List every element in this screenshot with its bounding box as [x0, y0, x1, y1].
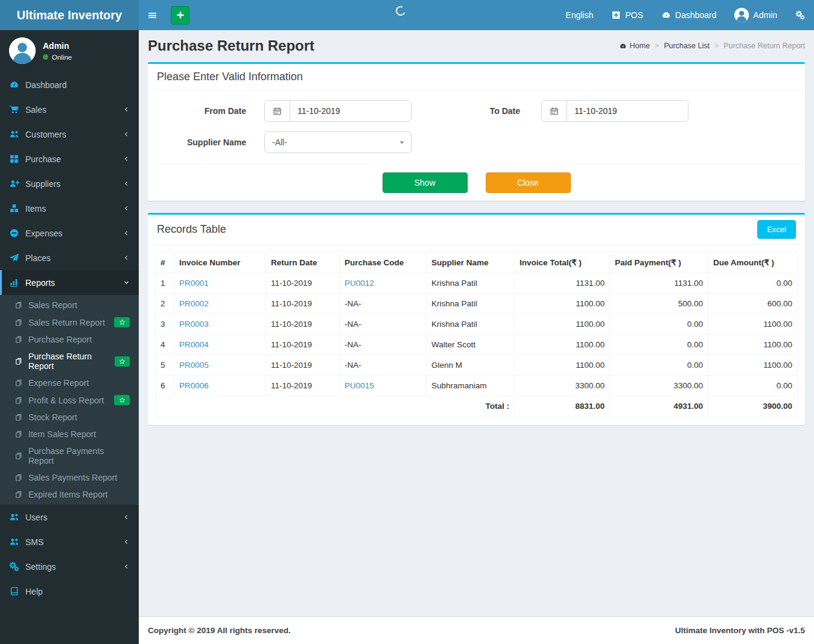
sidebar-item-customers[interactable]: Customers [0, 122, 139, 147]
star-icon [119, 397, 126, 403]
nav-pos[interactable]: POS [602, 0, 652, 30]
nav-language[interactable]: English [556, 0, 602, 30]
excel-export-button[interactable]: Excel [757, 220, 796, 239]
sidebar-section-settings: Settings [0, 554, 139, 579]
invoice-number-cell-link[interactable]: PR0003 [179, 320, 209, 329]
submenu-item-expired-items-report[interactable]: Expired Items Report [0, 486, 139, 503]
nav-settings[interactable] [786, 0, 814, 30]
chevron-left-icon [123, 180, 130, 187]
submenu-item-expense-report[interactable]: Expense Report [0, 374, 139, 391]
from-date-group [264, 100, 412, 122]
invoice-number-cell-link[interactable]: PR0006 [179, 381, 209, 390]
submenu-item-stock-report[interactable]: Stock Report [0, 409, 139, 426]
invoice-number-cell-link[interactable]: PR0005 [179, 361, 209, 370]
user-plus-icon [9, 178, 19, 189]
app-logo[interactable]: Ultimate Inventory [0, 0, 139, 30]
due-amount-cell: 600.00 [708, 294, 798, 314]
table-row: 2PR000211-10-2019-NA-Krishna Patil1100.0… [156, 294, 798, 314]
records-panel-title: Records Table [157, 223, 226, 236]
submenu-item-label: Expense Report [28, 378, 89, 388]
sidebar-toggle-button[interactable] [139, 0, 166, 30]
invoice-total-cell: 1100.00 [515, 294, 610, 314]
to-date-input[interactable] [567, 101, 688, 121]
sidebar-item-reports[interactable]: Reports [0, 270, 139, 295]
supplier-name-cell: Subhramaniam [427, 376, 515, 396]
invoice-number-cell-link[interactable]: PR0004 [179, 340, 209, 349]
total-due-amount: 3900.00 [708, 396, 798, 417]
submenu-item-purchase-payments-report[interactable]: Purchase Payments Report [0, 443, 139, 469]
breadcrumb-home[interactable]: Home [619, 42, 650, 50]
users-icon [9, 537, 19, 547]
copy-icon [14, 490, 23, 499]
sidebar-item-suppliers[interactable]: Suppliers [0, 171, 139, 196]
from-date-calendar-addon[interactable] [265, 101, 290, 121]
return-date-cell: 11-10-2019 [266, 376, 340, 396]
submenu-row-sales-return-report: Sales Return Report [0, 314, 139, 331]
copy-icon [14, 357, 23, 365]
shopping-cart-icon [9, 104, 19, 115]
submenu-item-label: Item Sales Report [28, 429, 96, 439]
breadcrumb-separator: > [655, 42, 659, 50]
sidebar-item-label: SMS [25, 537, 43, 547]
invoice-total-cell: 3300.00 [515, 376, 610, 396]
from-date-input[interactable] [290, 101, 411, 121]
sidebar-item-places[interactable]: Places [0, 245, 139, 270]
purchase-code-cell-link[interactable]: PU0015 [345, 381, 374, 390]
close-button[interactable]: Close [486, 172, 571, 193]
copy-icon [14, 396, 23, 405]
cubes-icon [9, 203, 19, 213]
sidebar-item-sales[interactable]: Sales [0, 97, 139, 122]
table-row: 4PR000411-10-2019-NA-Walter Scott1100.00… [156, 335, 798, 355]
row-number-cell: 5 [156, 355, 174, 376]
records-table: #Invoice NumberReturn DatePurchase CodeS… [155, 251, 798, 417]
purchase-code-cell: PU0015 [340, 376, 427, 396]
sidebar-item-purchase[interactable]: Purchase [0, 147, 139, 171]
show-button[interactable]: Show [383, 172, 468, 193]
sidebar-item-help[interactable]: Help [0, 579, 139, 604]
add-new-button[interactable] [171, 6, 189, 25]
chevron-left-icon [123, 230, 130, 236]
sidebar-item-users[interactable]: Users [0, 505, 139, 529]
minus-circle-icon [9, 228, 19, 238]
submenu-item-purchase-return-report[interactable]: Purchase Return Report [0, 348, 139, 374]
sidebar-section-places: Places [0, 245, 139, 270]
sidebar-user-avatar [9, 37, 36, 64]
breadcrumb-purchase-list[interactable]: Purchase List [664, 42, 710, 50]
main-header: Ultimate Inventory English POS Dashboard… [0, 0, 814, 30]
sidebar-item-dashboard[interactable]: Dashboard [0, 72, 139, 97]
nav-user-menu[interactable]: Admin [725, 0, 786, 30]
to-date-label: To Date [412, 106, 520, 116]
purchase-code-cell-link[interactable]: PU0012 [345, 279, 374, 288]
submenu-item-profit-loss-report[interactable]: Profit & Loss Report [0, 391, 139, 409]
copy-icon [14, 379, 23, 387]
nav-dashboard[interactable]: Dashboard [652, 0, 726, 30]
submenu-row-sales-payments-report: Sales Payments Report [0, 469, 139, 486]
supplier-name-cell: Krishna Patil [427, 273, 515, 294]
submenu-item-sales-report[interactable]: Sales Report [0, 297, 139, 314]
return-date-cell: 11-10-2019 [266, 314, 340, 335]
paid-payment-cell: 0.00 [610, 314, 708, 335]
filter-form: From Date To Date Supplier Name -All- [148, 90, 805, 164]
invoice-number-cell-link[interactable]: PR0002 [179, 299, 209, 308]
sidebar-item-items[interactable]: Items [0, 196, 139, 221]
sidebar-item-label: Users [25, 513, 48, 522]
sidebar-item-expenses[interactable]: Expenses [0, 221, 139, 245]
sidebar-section-help: Help [0, 579, 139, 604]
submenu-item-sales-payments-report[interactable]: Sales Payments Report [0, 469, 139, 486]
plus-square-icon [611, 10, 621, 20]
to-date-calendar-addon[interactable] [542, 101, 567, 121]
submenu-item-label: Stock Report [28, 412, 77, 422]
sidebar-item-settings[interactable]: Settings [0, 554, 139, 579]
submenu-item-purchase-report[interactable]: Purchase Report [0, 331, 139, 348]
paid-payment-cell: 1131.00 [610, 273, 708, 294]
supplier-select[interactable]: -All- [264, 131, 412, 153]
content-header: Purchase Return Report Home > Purchase L… [148, 37, 805, 54]
sidebar-item-sms[interactable]: SMS [0, 529, 139, 554]
return-date-cell: 11-10-2019 [266, 273, 340, 294]
submenu-item-item-sales-report[interactable]: Item Sales Report [0, 426, 139, 443]
invoice-number-cell-link[interactable]: PR0001 [179, 279, 209, 288]
return-date-cell: 11-10-2019 [266, 335, 340, 355]
submenu-row-item-sales-report: Item Sales Report [0, 426, 139, 443]
submenu-item-sales-return-report[interactable]: Sales Return Report [0, 314, 139, 331]
filter-panel-title: Please Enter Valid Information [148, 64, 805, 90]
